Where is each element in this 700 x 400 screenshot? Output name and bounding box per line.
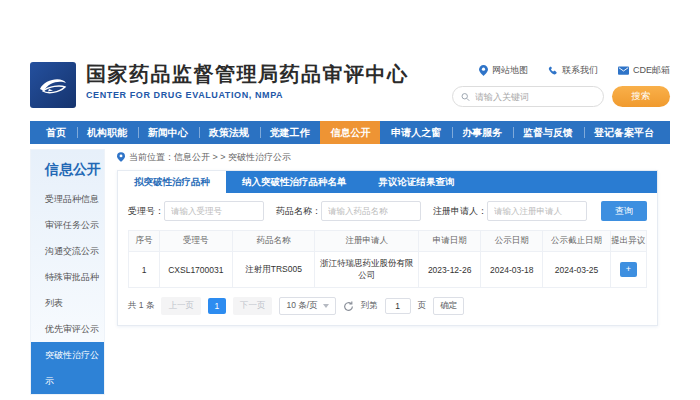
goto-confirm-button[interactable]: 确定 [433, 297, 464, 315]
location-pin-icon [479, 65, 488, 76]
cell-index: 1 [129, 252, 160, 288]
page-size-value: 10 条/页 [286, 300, 317, 312]
nav-item-policy[interactable]: 政策法规 [199, 121, 259, 144]
header-right: 网站地图 联系我们 CDE邮箱 [452, 60, 670, 107]
table-header-row: 序号 受理号 药品名称 注册申请人 申请日期 公示日期 公示截止日期 提出异议 [129, 231, 647, 252]
col-index: 序号 [129, 231, 160, 252]
tab-bar: 拟突破性治疗品种 纳入突破性治疗品种名单 异议论证结果查询 [118, 171, 657, 193]
sidebar-title: 信息公开 [31, 150, 104, 186]
breadcrumb-text: 当前位置：信息公开 > > 突破性治疗公示 [129, 151, 291, 164]
nav-item-registration-platform[interactable]: 登记备案平台 [584, 121, 664, 144]
drug-name-input[interactable] [321, 201, 421, 221]
site-subtitle: CENTER FOR DRUG EVALUATION, NMPA [86, 90, 409, 100]
col-publish-date: 公示日期 [481, 231, 543, 252]
filter-row: 受理号： 药品名称： 注册申请人： 查询 [128, 201, 647, 221]
cell-applicant: 浙江特瑞思药业股份有限公司 [315, 252, 419, 288]
envelope-icon [618, 66, 629, 75]
refresh-button[interactable] [343, 301, 354, 312]
query-button[interactable]: 查询 [601, 201, 647, 221]
search-box [452, 86, 604, 107]
sidebar-item-communication[interactable]: 沟通交流公示 [31, 238, 104, 264]
sitemap-link[interactable]: 网站地图 [479, 64, 528, 77]
sidebar-item-review-tasks[interactable]: 审评任务公示 [31, 212, 104, 238]
page-number-1[interactable]: 1 [208, 298, 226, 314]
content-area: 信息公开 受理品种信息 审评任务公示 沟通交流公示 特殊审批品种列表 优先审评公… [30, 149, 670, 395]
applicant-input[interactable] [487, 201, 587, 221]
pagination: 共 1 条 上一页 1 下一页 10 条/页 [128, 297, 647, 315]
mailbox-link-label: CDE邮箱 [633, 64, 670, 77]
applicant-label: 注册申请人： [433, 205, 487, 218]
search-input[interactable] [475, 92, 595, 102]
search-icon [461, 92, 470, 102]
sidebar: 信息公开 受理品种信息 审评任务公示 沟通交流公示 特殊审批品种列表 优先审评公… [30, 149, 105, 395]
acceptance-no-label: 受理号： [128, 205, 164, 218]
col-acceptance-no: 受理号 [160, 231, 233, 252]
cell-objection: + [610, 252, 646, 288]
pagination-total: 共 1 条 [128, 300, 154, 312]
chevron-down-icon [323, 304, 329, 308]
table-row: 1 CXSL1700031 注射用TRS005 浙江特瑞思药业股份有限公司 20… [129, 252, 647, 288]
sidebar-item-special-approval[interactable]: 特殊审批品种列表 [31, 264, 104, 316]
col-drug-name: 药品名称 [232, 231, 315, 252]
cell-publish-date: 2024-03-18 [481, 252, 543, 288]
nav-item-services[interactable]: 办事服务 [452, 121, 512, 144]
goto-label: 到第 [361, 300, 378, 312]
content-panel: 拟突破性治疗品种 纳入突破性治疗品种名单 异议论证结果查询 受理号： 药品名称：… [117, 170, 658, 326]
col-apply-date: 申请日期 [419, 231, 481, 252]
search-button[interactable]: 搜索 [612, 86, 670, 107]
tab-proposed-breakthrough[interactable]: 拟突破性治疗品种 [118, 171, 226, 193]
next-page-button[interactable]: 下一页 [233, 297, 273, 315]
col-objection: 提出异议 [610, 231, 646, 252]
contact-link[interactable]: 联系我们 [548, 64, 598, 77]
mailbox-link[interactable]: CDE邮箱 [618, 64, 670, 77]
nav-item-party[interactable]: 党建工作 [260, 121, 320, 144]
acceptance-no-input[interactable] [164, 201, 264, 221]
page-size-select[interactable]: 10 条/页 [279, 297, 335, 315]
cde-logo [30, 62, 76, 108]
goto-unit: 页 [418, 300, 427, 312]
contact-link-label: 联系我们 [562, 64, 598, 77]
add-objection-button[interactable]: + [620, 262, 637, 277]
main-nav: 首页 机构职能 新闻中心 政策法规 党建工作 信息公开 申请人之窗 办事服务 监… [30, 121, 670, 144]
cell-publish-end-date: 2024-03-25 [543, 252, 610, 288]
cell-acceptance-no: CXSL1700031 [160, 252, 233, 288]
quick-links: 网站地图 联系我们 CDE邮箱 [479, 64, 670, 77]
nav-item-news[interactable]: 新闻中心 [138, 121, 198, 144]
results-table: 序号 受理号 药品名称 注册申请人 申请日期 公示日期 公示截止日期 提出异议 [128, 230, 647, 288]
cell-apply-date: 2023-12-26 [419, 252, 481, 288]
nav-item-supervision[interactable]: 监督与反馈 [513, 121, 583, 144]
header-search-row: 搜索 [452, 86, 670, 107]
nav-item-home[interactable]: 首页 [36, 121, 76, 144]
sidebar-item-accepted-varieties[interactable]: 受理品种信息 [31, 186, 104, 212]
prev-page-button[interactable]: 上一页 [161, 297, 201, 315]
nav-item-info-disclosure[interactable]: 信息公开 [320, 121, 380, 144]
tab-included-list[interactable]: 纳入突破性治疗品种名单 [226, 171, 363, 193]
goto-page-input[interactable] [385, 298, 411, 314]
panel-body: 受理号： 药品名称： 注册申请人： 查询 [118, 193, 657, 325]
cell-drug-name: 注射用TRS005 [232, 252, 315, 288]
nav-item-functions[interactable]: 机构职能 [77, 121, 137, 144]
brand-block: 国家药品监督管理局药品审评中心 CENTER FOR DRUG EVALUATI… [86, 60, 409, 100]
cde-logo-swoosh-icon [36, 68, 70, 102]
col-publish-end-date: 公示截止日期 [543, 231, 610, 252]
col-applicant: 注册申请人 [315, 231, 419, 252]
refresh-icon [343, 301, 354, 312]
site-header: 国家药品监督管理局药品审评中心 CENTER FOR DRUG EVALUATI… [30, 60, 670, 118]
main-column: 当前位置：信息公开 > > 突破性治疗公示 拟突破性治疗品种 纳入突破性治疗品种… [117, 149, 658, 395]
location-pin-icon [117, 152, 125, 162]
sidebar-item-breakthrough-therapy[interactable]: 突破性治疗公示 [31, 342, 104, 394]
nav-item-applicant-window[interactable]: 申请人之窗 [381, 121, 451, 144]
phone-icon [548, 66, 558, 76]
breadcrumb: 当前位置：信息公开 > > 突破性治疗公示 [117, 149, 658, 165]
sitemap-link-label: 网站地图 [492, 64, 528, 77]
drug-name-label: 药品名称： [276, 205, 321, 218]
cde-page: 国家药品监督管理局药品审评中心 CENTER FOR DRUG EVALUATI… [30, 60, 670, 395]
site-title: 国家药品监督管理局药品审评中心 [86, 60, 409, 88]
tab-objection-results[interactable]: 异议论证结果查询 [363, 171, 471, 193]
sidebar-item-priority-review[interactable]: 优先审评公示 [31, 316, 104, 342]
